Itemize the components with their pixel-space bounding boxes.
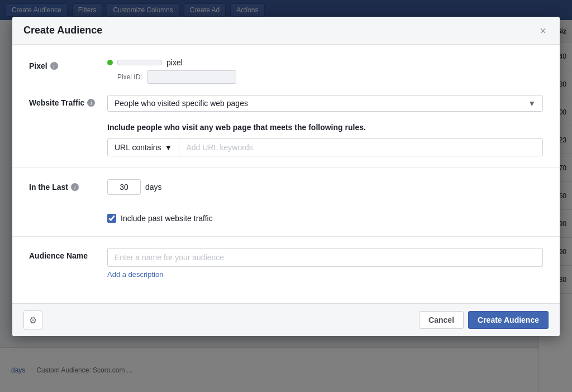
pixel-suffix-text: pixel xyxy=(166,58,183,67)
pixel-id-label: Pixel ID: xyxy=(117,73,142,81)
audience-name-content: Add a description xyxy=(107,248,543,279)
add-description-link[interactable]: Add a description xyxy=(107,270,163,279)
in-last-label: In the Last i xyxy=(29,179,107,192)
url-keywords-input[interactable] xyxy=(179,138,543,156)
pixel-label-text: Pixel xyxy=(29,61,47,70)
include-text: Include people who visit any web page th… xyxy=(107,123,543,132)
url-contains-dropdown[interactable]: URL contains ▼ xyxy=(107,138,179,156)
pixel-status-dot xyxy=(107,60,113,65)
audience-name-divider xyxy=(12,236,560,237)
pixel-id-value xyxy=(147,70,236,84)
modal-title: Create Audience xyxy=(23,25,102,36)
modal-body: Pixel i pixel Pixel ID: Website Traffic … xyxy=(12,45,560,303)
cancel-button[interactable]: Cancel xyxy=(419,311,464,329)
footer-left: ⚙ xyxy=(23,310,42,329)
audience-name-input[interactable] xyxy=(107,248,543,267)
traffic-dropdown-value: People who visited specific web pages xyxy=(115,99,248,108)
include-past-traffic-checkbox[interactable] xyxy=(107,214,116,223)
footer-right: Cancel Create Audience xyxy=(419,311,549,329)
pixel-form-row: Pixel i pixel Pixel ID: xyxy=(29,58,543,84)
checkbox-label: Include past website traffic xyxy=(121,214,213,223)
pixel-id-row: Pixel ID: xyxy=(117,70,543,84)
website-traffic-dropdown[interactable]: People who visited specific web pages ▼ xyxy=(107,95,543,112)
website-traffic-content: People who visited specific web pages ▼ xyxy=(107,95,543,112)
modal-footer: ⚙ Cancel Create Audience xyxy=(12,303,560,336)
pixel-label: Pixel i xyxy=(29,58,107,70)
in-last-row: days xyxy=(107,179,543,195)
gear-icon: ⚙ xyxy=(29,315,37,326)
url-section-wrapper: Include people who visit any web page th… xyxy=(107,123,543,156)
create-audience-button[interactable]: Create Audience xyxy=(468,311,549,329)
pixel-row-content: pixel xyxy=(107,58,543,67)
website-traffic-form-row: Website Traffic i People who visited spe… xyxy=(29,95,543,112)
url-dropdown-label: URL contains xyxy=(115,143,161,152)
modal-close-button[interactable]: × xyxy=(537,25,549,36)
pixel-content: pixel Pixel ID: xyxy=(107,58,543,84)
audience-name-form-row: Audience Name Add a description xyxy=(29,248,543,279)
pixel-info-icon[interactable]: i xyxy=(50,62,58,70)
audience-name-label-text: Audience Name xyxy=(29,251,88,260)
in-last-content: days xyxy=(107,179,543,203)
checkbox-row: Include past website traffic xyxy=(107,214,543,223)
in-last-info-icon[interactable]: i xyxy=(71,183,79,191)
modal-divider xyxy=(12,168,560,168)
website-traffic-label-text: Website Traffic xyxy=(29,98,84,107)
create-audience-modal: Create Audience × Pixel i pixel Pixel ID… xyxy=(12,17,560,336)
pixel-name-box xyxy=(117,60,162,65)
url-dropdown-arrow-icon: ▼ xyxy=(165,143,173,152)
days-suffix-label: days xyxy=(145,183,162,192)
website-traffic-info-icon[interactable]: i xyxy=(87,99,95,107)
dropdown-arrow-icon: ▼ xyxy=(528,99,536,108)
audience-name-label: Audience Name xyxy=(29,248,107,260)
url-row: URL contains ▼ xyxy=(107,138,543,156)
in-last-label-text: In the Last xyxy=(29,183,68,192)
in-last-form-row: In the Last i days xyxy=(29,179,543,203)
modal-header: Create Audience × xyxy=(12,17,560,45)
days-input[interactable] xyxy=(107,179,141,195)
website-traffic-label: Website Traffic i xyxy=(29,95,107,107)
gear-settings-button[interactable]: ⚙ xyxy=(23,310,42,329)
